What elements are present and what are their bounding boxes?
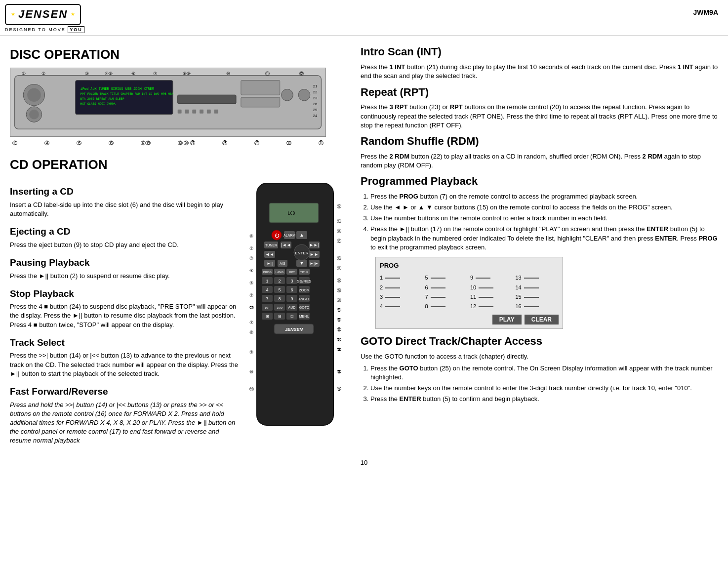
track-body: Press the >>| button (14) or |<< button … <box>10 351 242 378</box>
svg-text:21: 21 <box>313 84 318 88</box>
svg-text:②: ② <box>249 293 253 298</box>
device-image: iPod AUX TUNER SIRIUS USB JDGM XTREM PPT… <box>10 68 326 137</box>
remote-image-col: LCD ⑫ ⑬ ⑭ ⑮ ⑯ ⑰ ⑱ ⑲ ⑳ ㉑ ㉒ <box>247 178 346 448</box>
svg-text:⊟: ⊟ <box>278 314 282 319</box>
svg-text:⑪: ⑪ <box>249 387 254 392</box>
svg-text:⑨: ⑨ <box>249 350 253 355</box>
svg-text:iPod AUX TUNER SIRIUS USB JDGM: iPod AUX TUNER SIRIUS USB JDGM XTREM <box>81 87 154 91</box>
disc-operation-title: DISC OPERATION <box>10 45 346 63</box>
svg-text:⑦: ⑦ <box>153 71 157 76</box>
svg-text:ZOOM: ZOOM <box>299 288 310 292</box>
svg-text:ANGLE: ANGLE <box>298 297 310 301</box>
svg-text:⑬: ⑬ <box>337 219 341 224</box>
svg-text:TUNER: TUNER <box>265 243 277 247</box>
clear-button[interactable]: CLEAR <box>525 315 559 325</box>
svg-text:⑦: ⑦ <box>249 320 253 325</box>
svg-text:⑥: ⑥ <box>131 71 135 76</box>
svg-text:⑤: ⑤ <box>249 281 253 285</box>
model-number: JWM9A <box>693 8 718 18</box>
svg-text:9: 9 <box>290 296 293 301</box>
main-content: DISC OPERATION iPod AUX TUNER SIRIUS USB… <box>0 36 728 453</box>
svg-text:⑩: ⑩ <box>226 71 230 76</box>
svg-text:㉖: ㉖ <box>337 387 341 392</box>
svg-point-14 <box>298 89 310 101</box>
random-body: Press the 2 RDM button (22) to play all … <box>361 152 718 170</box>
ffrev-body: Press and hold the >>| button (14) or |<… <box>10 401 242 446</box>
svg-text:㉓: ㉓ <box>337 327 341 332</box>
svg-text:2: 2 <box>278 279 281 284</box>
svg-rect-18 <box>200 110 203 114</box>
svg-text:MENU: MENU <box>299 315 310 318</box>
logo-area: ★ JENSEN ★ DESIGNED TO MOVE YOU <box>5 4 84 33</box>
svg-text:⑮: ⑮ <box>337 239 341 243</box>
svg-text:6: 6 <box>290 287 293 292</box>
svg-text:⊡: ⊡ <box>290 314 294 319</box>
programmed-steps: Press the PROG button (7) on the remote … <box>370 192 718 252</box>
svg-text:⑧⑨: ⑧⑨ <box>183 71 191 76</box>
svg-rect-20 <box>214 110 218 114</box>
svg-text:①: ① <box>249 246 253 251</box>
programmed-step-1: Press the PROG button (7) on the remote … <box>370 192 718 201</box>
left-column: DISC OPERATION iPod AUX TUNER SIRIUS USB… <box>10 41 346 448</box>
prog-cell-2-4: 14 <box>516 284 559 291</box>
svg-text:▲: ▲ <box>299 232 304 238</box>
svg-text:PPT FOLDER TRACK TITLE   CHAPT: PPT FOLDER TRACK TITLE CHAPTER RDM INT C… <box>81 92 174 95</box>
intro-scan-title: Intro Scan (INT) <box>361 44 718 60</box>
programmed-step-3: Use the number buttons on the remote con… <box>370 214 718 223</box>
svg-text:RPT: RPT <box>289 271 295 274</box>
programmed-title: Programmed Playback <box>361 174 718 189</box>
svg-text:②: ② <box>41 71 45 76</box>
svg-text:►►: ►► <box>310 252 319 257</box>
svg-rect-17 <box>192 110 196 114</box>
cd-operation-title: CD OPERATION <box>10 156 346 173</box>
svg-text:29: 29 <box>313 108 318 112</box>
prog-cell-1-2: 5 <box>425 274 469 282</box>
svg-text:23: 23 <box>313 96 318 100</box>
svg-text:10/0: 10/0 <box>277 306 283 309</box>
inserting-body: Insert a CD label-side up into the disc … <box>10 201 242 218</box>
play-button[interactable]: PLAY <box>492 315 522 325</box>
svg-text:24: 24 <box>313 113 318 118</box>
prog-cell-4-3: 12 <box>470 303 514 310</box>
svg-text:22: 22 <box>313 90 318 94</box>
svg-text:ALARM: ALARM <box>283 234 295 237</box>
svg-text:①: ① <box>22 71 26 76</box>
svg-text:LCD: LCD <box>288 211 295 216</box>
svg-rect-16 <box>185 110 189 114</box>
prog-cell-1-1: 1 <box>380 274 423 282</box>
remote-svg: LCD ⑫ ⑬ ⑭ ⑮ ⑯ ⑰ ⑱ ⑲ ⑳ ㉑ ㉒ <box>247 178 346 438</box>
svg-rect-12 <box>241 97 280 107</box>
svg-text:⊞: ⊞ <box>266 314 269 319</box>
svg-text:4: 4 <box>266 287 268 292</box>
svg-text:A/S: A/S <box>280 262 285 265</box>
svg-text:►||: ►|| <box>267 261 273 266</box>
svg-text:⑫: ⑫ <box>337 204 341 209</box>
inserting-title: Inserting a CD <box>10 185 242 199</box>
svg-text:㉔: ㉔ <box>337 337 341 342</box>
svg-text:3: 3 <box>290 279 293 284</box>
intro-scan-body: Press the 1 INT button (21) during disc … <box>361 63 718 81</box>
svg-text:TITLE: TITLE <box>300 271 308 274</box>
page: ★ JENSEN ★ DESIGNED TO MOVE YOU JWM9A DI… <box>0 0 728 568</box>
svg-text:⑱: ⑱ <box>337 278 341 283</box>
svg-text:LANG: LANG <box>276 271 284 274</box>
programmed-step-4: Press the ►|| button (17) on the remote … <box>370 225 718 252</box>
svg-text:④: ④ <box>249 268 253 273</box>
prog-cell-2-1: 2 <box>380 284 423 291</box>
programmed-step-2: Use the ◄ ► or ▲ ▼ cursor buttons (15) o… <box>370 203 718 212</box>
logo-box: ★ JENSEN ★ <box>5 4 81 25</box>
goto-step-3: Press the ENTER button (5) to confirm an… <box>370 395 718 404</box>
prog-cell-3-1: 3 <box>380 293 423 301</box>
prog-cell-3-3: 11 <box>470 293 514 301</box>
svg-text:PROG: PROG <box>263 271 272 274</box>
svg-text:③: ③ <box>249 256 253 261</box>
you-box: YOU <box>68 26 84 34</box>
svg-text:㉘: ㉘ <box>337 369 341 374</box>
logo-text: JENSEN <box>18 7 68 22</box>
track-title: Track Select <box>10 336 242 350</box>
svg-text:⑰: ⑰ <box>337 266 341 271</box>
goto-step-1: Press the GOTO button (25) on the remote… <box>370 364 718 382</box>
svg-text:BTA-2060    REPEAT    ALM  SLE: BTA-2060 REPEAT ALM SLEEP <box>81 97 124 100</box>
svg-rect-11 <box>241 80 280 95</box>
prog-cell-2-2: 6 <box>425 284 469 291</box>
